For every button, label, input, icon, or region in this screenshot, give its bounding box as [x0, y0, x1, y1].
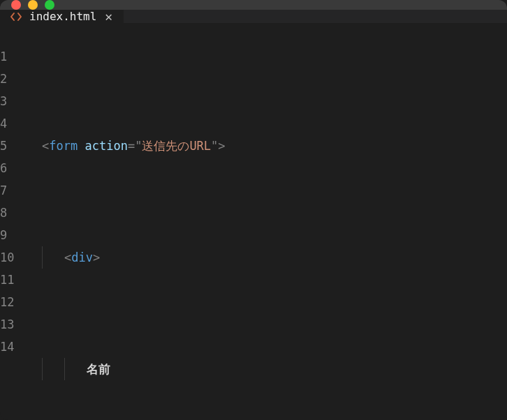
code-file-icon	[10, 10, 22, 23]
tag-form: form	[49, 135, 78, 157]
line-number: 4	[0, 112, 27, 135]
line-number: 5	[0, 135, 27, 157]
line-number: 13	[0, 313, 27, 336]
line-number: 10	[0, 246, 27, 269]
close-icon[interactable]: ✕	[103, 10, 114, 23]
line-number: 7	[0, 179, 27, 202]
quote: "	[211, 135, 218, 157]
line-number: 6	[0, 157, 27, 179]
editor-window: index.html ✕ 1 2 3 4 5 6 7 8 9 10 11 12 …	[0, 0, 507, 420]
equals: =	[128, 135, 135, 157]
attr-action: action	[84, 135, 127, 157]
tag-div: div	[71, 246, 93, 269]
code-editor[interactable]: 1 2 3 4 5 6 7 8 9 10 11 12 13 14 <form a…	[0, 23, 507, 420]
code-area[interactable]: <form action="送信先のURL"> <div> 名前 <input …	[42, 45, 507, 420]
tab-bar: index.html ✕	[0, 10, 507, 23]
code-line[interactable]: 名前	[42, 358, 507, 380]
line-number: 2	[0, 68, 27, 90]
line-number: 3	[0, 90, 27, 112]
string-action-url: 送信先のURL	[142, 135, 211, 157]
window-zoom-icon[interactable]	[45, 0, 54, 10]
code-line[interactable]: <div>	[42, 246, 507, 269]
titlebar	[0, 0, 507, 10]
line-number: 1	[0, 45, 27, 68]
line-number: 12	[0, 291, 27, 313]
bracket: <	[42, 135, 49, 157]
line-number-gutter: 1 2 3 4 5 6 7 8 9 10 11 12 13 14	[0, 45, 42, 420]
text-name-label: 名前	[87, 358, 110, 380]
bracket: >	[93, 246, 100, 269]
line-number: 8	[0, 202, 27, 224]
bracket: <	[64, 246, 71, 269]
line-number: 11	[0, 269, 27, 291]
window-minimize-icon[interactable]	[28, 0, 38, 10]
line-number: 14	[0, 336, 27, 358]
tab-index-html[interactable]: index.html ✕	[0, 10, 124, 23]
tab-filename: index.html	[29, 10, 96, 23]
bracket: >	[218, 135, 225, 157]
code-line[interactable]: <form action="送信先のURL">	[42, 135, 507, 157]
quote: "	[135, 135, 142, 157]
line-number: 9	[0, 224, 27, 246]
window-close-icon[interactable]	[11, 0, 21, 10]
